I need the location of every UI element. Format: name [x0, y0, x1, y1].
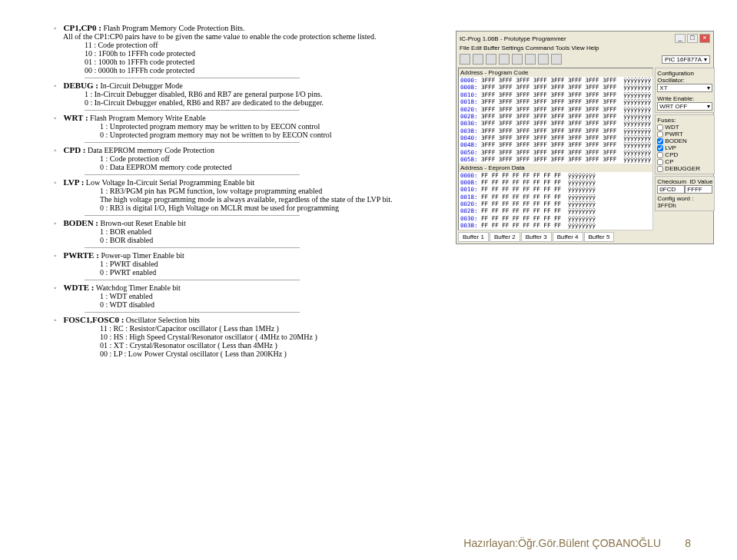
debug-section: ◦ DEBUG : In-Circuit Debugger Mode 1 : I…	[54, 81, 461, 107]
lvp-v1a: 1 : RB3/PGM pin has PGM function, low vo…	[100, 187, 461, 195]
buffer-tab[interactable]: Buffer 5	[584, 232, 615, 242]
hex-row[interactable]: 0010: FF FF FF FF FF FF FF FF ÿÿÿÿÿÿÿÿ	[459, 186, 652, 193]
boden-v1: 1 : BOR enabled	[100, 227, 461, 236]
we-dropdown[interactable]: WRT OFF▾	[657, 102, 712, 111]
hex-row[interactable]: 0030: 3FFF 3FFF 3FFF 3FFF 3FFF 3FFF 3FFF…	[459, 120, 652, 127]
buffer-tab[interactable]: Buffer 1	[458, 232, 489, 242]
config-title: Configuration	[657, 70, 712, 77]
wrt-desc: Flash Program Memory Write Enable	[90, 114, 206, 122]
bullet-icon: ◦	[54, 251, 61, 260]
divider	[85, 312, 300, 313]
program-icon[interactable]	[499, 54, 510, 65]
divider	[85, 142, 300, 143]
hex-row[interactable]: 0028: FF FF FF FF FF FF FF FF ÿÿÿÿÿÿÿÿ	[459, 207, 652, 214]
hex-row[interactable]: 0018: 3FFF 3FFF 3FFF 3FFF 3FFF 3FFF 3FFF…	[459, 98, 652, 105]
boden-label: BODEN :	[64, 218, 99, 227]
wrt-v1: 1 : Unprotected program memory may be wr…	[100, 122, 461, 131]
cp-v01: 01 : 1000h to 1FFFh code protected	[85, 58, 461, 66]
verify-icon[interactable]	[525, 54, 536, 65]
lvp-section: ◦ LVP : Low Voltage In-Circuit Serial Pr…	[54, 177, 461, 212]
maximize-icon[interactable]: □	[687, 34, 698, 43]
erase-icon[interactable]	[538, 54, 549, 65]
hex-row[interactable]: 0028: 3FFF 3FFF 3FFF 3FFF 3FFF 3FFF 3FFF…	[459, 113, 652, 120]
chevron-down-icon: ▾	[707, 84, 710, 91]
help-icon[interactable]	[551, 54, 562, 65]
wdte-v0: 0 : WDT disabled	[100, 300, 461, 309]
divider	[85, 215, 300, 216]
cp-desc: Flash Program Memory Code Protection Bit…	[104, 24, 245, 32]
bullet-icon: ◦	[54, 24, 61, 32]
fuses-label: Fuses:	[657, 117, 712, 124]
chip-dropdown[interactable]: PIC 16F877A ▾	[662, 55, 710, 64]
menu-bar[interactable]: File Edit Buffer Settings Command Tools …	[458, 44, 712, 52]
settings-icon[interactable]	[486, 54, 496, 65]
wdte-desc: Watchdog Timer Enable bit	[96, 283, 181, 292]
debug-v1: 1 : In-Circuit Debugger disabled, RB6 an…	[85, 90, 461, 98]
bullet-icon: ◦	[54, 81, 61, 90]
we-label: Write Enable:	[657, 95, 712, 102]
bullet-icon: ◦	[54, 283, 61, 292]
bullet-icon: ◦	[54, 114, 61, 122]
idv-label: ID Value	[689, 178, 712, 185]
fosc-v00: 00 : LP : Low Power Crystal oscillator (…	[100, 350, 461, 358]
open-icon[interactable]	[460, 54, 470, 65]
hex-row[interactable]: 0050: 3FFF 3FFF 3FFF 3FFF 3FFF 3FFF 3FFF…	[459, 149, 652, 156]
buffer-tab[interactable]: Buffer 3	[521, 232, 552, 242]
debug-label: DEBUG :	[64, 81, 99, 90]
save-icon[interactable]	[473, 54, 483, 65]
hex-row[interactable]: 0020: 3FFF 3FFF 3FFF 3FFF 3FFF 3FFF 3FFF…	[459, 106, 652, 113]
bullet-icon: ◦	[54, 146, 61, 154]
hex-row[interactable]: 0048: 3FFF 3FFF 3FFF 3FFF 3FFF 3FFF 3FFF…	[459, 141, 652, 148]
bullet-icon: ◦	[54, 316, 61, 324]
cpd-desc: Data EEPROM memory Code Protection	[88, 146, 214, 154]
close-icon[interactable]: ×	[699, 34, 710, 43]
fosc-label: FOSC1,FOSC0 :	[64, 315, 124, 324]
wdte-v1: 1 : WDT enabled	[100, 292, 461, 300]
hex-row[interactable]: 0000: 3FFF 3FFF 3FFF 3FFF 3FFF 3FFF 3FFF…	[459, 77, 652, 84]
divider	[85, 78, 300, 78]
pwrte-v1: 1 : PWRT disabled	[100, 260, 461, 268]
page-footer: Hazırlayan:Öğr.Gör.Bülent ÇOBANOĞLU 8	[463, 537, 691, 549]
boden-v0: 0 : BOR disabled	[100, 236, 461, 244]
debug-v0: 0 : In-Circuit Debugger enabled, RB6 and…	[85, 98, 461, 107]
hex-row[interactable]: 0040: 3FFF 3FFF 3FFF 3FFF 3FFF 3FFF 3FFF…	[459, 134, 652, 141]
divider	[85, 247, 300, 248]
buffer-tab[interactable]: Buffer 2	[490, 232, 520, 242]
fuse-checkbox[interactable]: CPD	[657, 151, 712, 158]
hex-row[interactable]: 0008: FF FF FF FF FF FF FF FF ÿÿÿÿÿÿÿÿ	[459, 179, 652, 186]
cpd-v0: 0 : Data EEPROM memory code protected	[100, 163, 461, 171]
divider	[85, 280, 300, 280]
buffer-tab[interactable]: Buffer 4	[553, 232, 583, 242]
minimize-icon[interactable]: _	[675, 34, 686, 43]
fuse-checkbox[interactable]: WDT	[657, 124, 712, 131]
fuse-checkbox[interactable]: LVP	[657, 144, 712, 151]
hex-row[interactable]: 0058: 3FFF 3FFF 3FFF 3FFF 3FFF 3FFF 3FFF…	[459, 156, 652, 163]
hex-row[interactable]: 0010: 3FFF 3FFF 3FFF 3FFF 3FFF 3FFF 3FFF…	[459, 91, 652, 98]
chevron-down-icon: ▾	[707, 103, 710, 110]
lvp-desc: Low Voltage In-Circuit Serial Programmin…	[86, 178, 255, 187]
hex-row[interactable]: 0030: FF FF FF FF FF FF FF FF ÿÿÿÿÿÿÿÿ	[459, 215, 652, 222]
cpd-section: ◦ CPD : Data EEPROM memory Code Protecti…	[54, 145, 461, 171]
cpd-v1: 1 : Code protection off	[100, 154, 461, 163]
wdte-label: WDTE :	[64, 283, 95, 292]
hex-row[interactable]: 0038: FF FF FF FF FF FF FF FF ÿÿÿÿÿÿÿÿ	[459, 222, 652, 229]
fuse-checkbox[interactable]: BODEN	[657, 138, 712, 144]
fosc-v11: 11 : RC : Resistor/Capacitor oscillator …	[100, 324, 461, 333]
idv-value: FFFF	[685, 185, 712, 194]
osc-dropdown[interactable]: XT▾	[657, 84, 712, 92]
chevron-down-icon: ▾	[704, 56, 707, 63]
read-icon[interactable]	[512, 54, 523, 65]
wrt-section: ◦ WRT : Flash Program Memory Write Enabl…	[54, 113, 461, 139]
fuse-checkbox[interactable]: CP	[657, 158, 712, 165]
hex-row[interactable]: 0018: FF FF FF FF FF FF FF FF ÿÿÿÿÿÿÿÿ	[459, 194, 652, 200]
fuse-checkbox[interactable]: DEBUGGER	[657, 165, 712, 172]
hex-row[interactable]: 0038: 3FFF 3FFF 3FFF 3FFF 3FFF 3FFF 3FFF…	[459, 128, 652, 134]
hex-row[interactable]: 0008: 3FFF 3FFF 3FFF 3FFF 3FFF 3FFF 3FFF…	[459, 84, 652, 91]
fuse-checkbox[interactable]: PWRT	[657, 131, 712, 138]
hex-row[interactable]: 0020: FF FF FF FF FF FF FF FF ÿÿÿÿÿÿÿÿ	[459, 200, 652, 207]
boden-section: ◦ BODEN : Brown-out Reset Enable bit 1 :…	[54, 218, 461, 244]
hex-row[interactable]: 0000: FF FF FF FF FF FF FF FF ÿÿÿÿÿÿÿÿ	[459, 172, 652, 179]
section-prog: Address - Program Code	[459, 68, 652, 77]
config-panel: Configuration Oscillator: XT▾ Write Enab…	[655, 68, 715, 230]
fosc-v01: 01 : XT : Crystal/Resonator oscillator (…	[100, 341, 461, 350]
